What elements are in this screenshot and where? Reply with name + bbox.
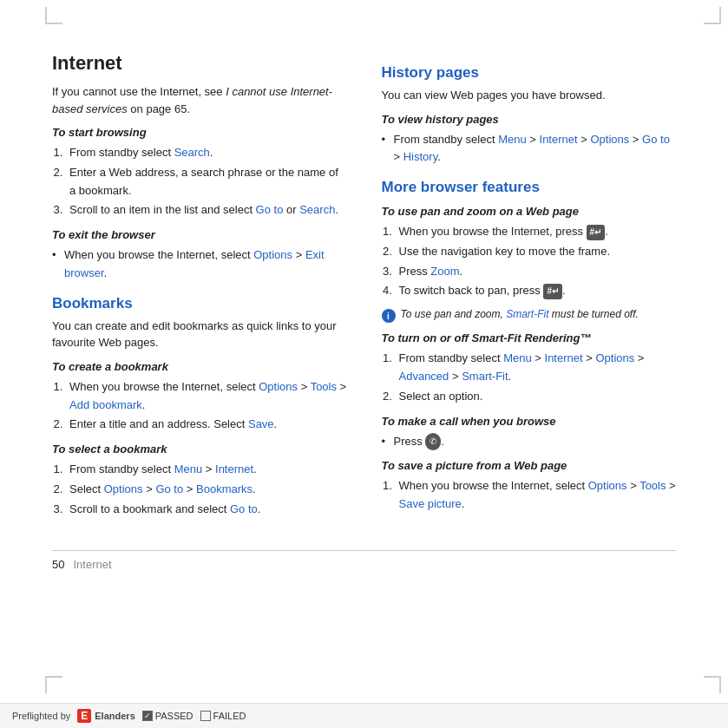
left-column: Internet If you cannot use the Internet,… — [52, 52, 347, 524]
list-item: From standby select Menu > Internet > Op… — [396, 350, 677, 386]
select-bookmark-heading: To select a bookmark — [52, 443, 347, 456]
create-bookmark-heading: To create a bookmark — [52, 360, 347, 373]
make-call-heading: To make a call when you browse — [382, 415, 677, 428]
preflight-label: Preflighted by — [12, 711, 70, 721]
goto-link-2: Go to — [155, 482, 183, 495]
bookmarks-link: Bookmarks — [196, 482, 253, 495]
list-item: Scroll to a bookmark and select Go to. — [66, 501, 347, 519]
passed-checkbox: ✓ — [142, 711, 153, 721]
history-link: History — [403, 150, 437, 163]
smart-fit-link-1: Smart-Fit — [506, 308, 548, 320]
list-item: To switch back to pan, press #↵. — [396, 282, 677, 300]
intro-paragraph: If you cannot use the Internet, see I ca… — [52, 83, 347, 117]
preflight-failed-section: FAILED — [200, 711, 246, 721]
list-item: From standby select Menu > Internet. — [66, 461, 347, 479]
internet-title: Internet — [52, 52, 347, 75]
goto-link-1: Go to — [256, 203, 284, 216]
options-link-4: Options — [590, 133, 629, 146]
more-features-title: More browser features — [382, 179, 677, 196]
view-history-list: From standby select Menu > Internet > Op… — [382, 131, 677, 167]
list-item: From standby select Menu > Internet > Op… — [382, 131, 677, 167]
corner-mark-br — [704, 676, 721, 693]
create-bookmark-list: When you browse the Internet, select Opt… — [66, 378, 347, 434]
right-column: History pages You can view Web pages you… — [382, 52, 677, 524]
list-item: When you browse the Internet, press #↵. — [396, 223, 677, 241]
failed-checkbox — [200, 711, 211, 721]
goto-link-3: Go to — [230, 502, 258, 515]
smart-fit-heading: To turn on or off Smart-Fit Rendering™ — [382, 331, 677, 344]
main-content: Internet If you cannot use the Internet,… — [52, 52, 676, 524]
make-call-list: Press ✆. — [382, 433, 677, 451]
smart-fit-link-2: Smart-Fit — [462, 370, 508, 383]
search-link-1: Search — [174, 146, 210, 159]
bookmarks-description: You can create and edit bookmarks as qui… — [52, 318, 347, 351]
goto-link-4: Go to — [642, 133, 670, 146]
menu-link-3: Menu — [503, 351, 532, 364]
save-picture-list: When you browse the Internet, select Opt… — [396, 477, 677, 514]
tools-link-2: Tools — [639, 479, 666, 492]
options-link-6: Options — [588, 479, 627, 492]
exit-browser-list: When you browse the Internet, select Opt… — [52, 246, 347, 283]
pan-zoom-heading: To use pan and zoom on a Web page — [382, 205, 677, 218]
options-link-1: Options — [253, 248, 292, 261]
start-browsing-list: From standby select Search. Enter a Web … — [66, 144, 347, 220]
options-link-2: Options — [259, 380, 298, 393]
note-text: To use pan and zoom, Smart-Fit must be t… — [401, 307, 677, 322]
list-item: Scroll to an item in the list and select… — [66, 201, 347, 220]
menu-link-2: Menu — [498, 133, 527, 146]
save-picture-heading: To save a picture from a Web page — [382, 459, 677, 472]
list-item: Use the navigation key to move the frame… — [396, 243, 677, 261]
history-pages-title: History pages — [382, 64, 677, 82]
search-link-2: Search — [299, 203, 335, 216]
tools-link-1: Tools — [311, 380, 337, 393]
passed-label: PASSED — [155, 711, 193, 721]
corner-mark-tr — [704, 7, 721, 24]
list-item: Press ✆. — [382, 433, 677, 451]
exit-browser-heading: To exit the browser — [52, 228, 347, 241]
save-link: Save — [248, 417, 274, 430]
preflight-logo: E Elanders — [77, 709, 134, 723]
list-item: Select an option. — [396, 388, 677, 406]
elanders-icon: E — [77, 709, 91, 723]
internet-link-1: Internet — [215, 462, 253, 475]
smart-fit-list: From standby select Menu > Internet > Op… — [396, 350, 677, 405]
page-container: Internet If you cannot use the Internet,… — [0, 0, 728, 597]
note-icon: i — [382, 309, 396, 323]
elanders-name: Elanders — [95, 711, 134, 721]
list-item: From standby select Search. — [66, 144, 347, 162]
internet-link-2: Internet — [540, 133, 578, 146]
options-link-5: Options — [595, 351, 634, 364]
list-item: Select Options > Go to > Bookmarks. — [66, 481, 347, 499]
list-item: When you browse the Internet, select Opt… — [396, 477, 677, 514]
preflight-bar: Preflighted by E Elanders ✓ PASSED FAILE… — [0, 703, 728, 728]
page-number: 50 — [52, 558, 64, 571]
preflight-passed-section: ✓ PASSED — [142, 711, 193, 721]
intro-italic: I cannot use Internet-based services — [52, 85, 332, 115]
list-item: When you browse the Internet, select Opt… — [52, 246, 347, 283]
zoom-link: Zoom — [430, 265, 459, 278]
history-description: You can view Web pages you have browsed. — [382, 87, 677, 104]
advanced-link: Advanced — [399, 370, 449, 383]
start-browsing-heading: To start browsing — [52, 126, 347, 139]
menu-link-1: Menu — [174, 462, 203, 475]
select-bookmark-list: From standby select Menu > Internet. Sel… — [66, 461, 347, 518]
page-chapter: Internet — [73, 558, 111, 571]
list-item: Press Zoom. — [396, 263, 677, 281]
internet-link-3: Internet — [545, 351, 583, 364]
view-history-heading: To view history pages — [382, 113, 677, 126]
pan-zoom-list: When you browse the Internet, press #↵. … — [396, 223, 677, 300]
save-picture-link: Save picture — [399, 497, 462, 510]
corner-mark-tl — [45, 7, 62, 24]
smart-fit-note: i To use pan and zoom, Smart-Fit must be… — [382, 307, 677, 323]
options-link-3: Options — [104, 482, 143, 495]
page-footer: 50 Internet — [52, 550, 676, 571]
bookmarks-title: Bookmarks — [52, 295, 347, 312]
list-item: Enter a title and an address. Select Sav… — [66, 416, 347, 434]
call-icon: ✆ — [425, 433, 441, 450]
list-item: When you browse the Internet, select Opt… — [66, 378, 347, 415]
hash-icon-1: #↵ — [587, 225, 606, 240]
add-bookmark-link: Add bookmark — [69, 398, 142, 411]
list-item: Enter a Web address, a search phrase or … — [66, 164, 347, 200]
corner-mark-bl — [45, 676, 62, 693]
hash-icon-2: #↵ — [543, 284, 562, 299]
